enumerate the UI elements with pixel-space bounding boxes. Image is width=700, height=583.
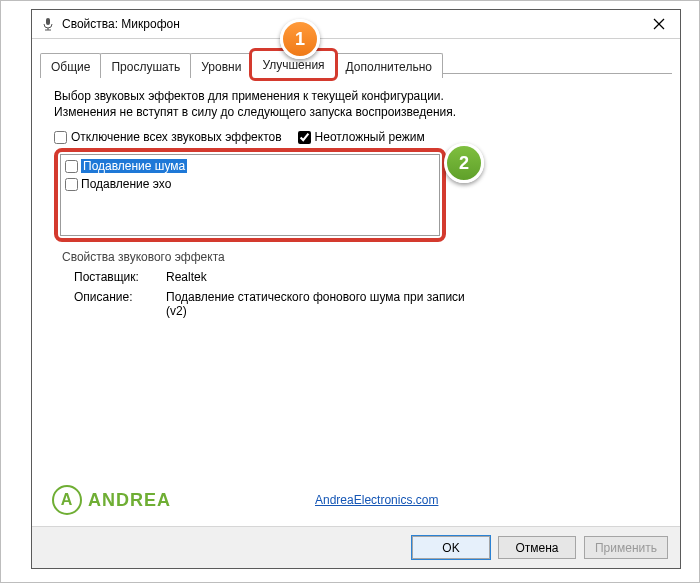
effect-echo-row[interactable]: Подавление эхо	[65, 175, 435, 193]
callout-marker-2: 2	[444, 143, 484, 183]
effect-echo-checkbox[interactable]	[65, 178, 78, 191]
provider-key: Поставщик:	[74, 270, 166, 284]
effect-noise-label: Подавление шума	[81, 159, 187, 173]
description-key: Описание:	[74, 290, 166, 318]
effect-echo-label: Подавление эхо	[81, 177, 171, 191]
effects-list[interactable]: Подавление шума Подавление эхо	[60, 154, 440, 236]
andrea-logo-text: ANDREA	[88, 490, 171, 511]
ok-button[interactable]: OK	[412, 536, 490, 559]
tab-general[interactable]: Общие	[40, 53, 101, 78]
titlebar: Свойства: Микрофон	[32, 10, 680, 39]
andrea-logo-icon: A	[52, 485, 82, 515]
microphone-icon	[40, 16, 56, 32]
content-area: Общие Прослушать Уровни Улучшения Дополн…	[32, 39, 680, 527]
provider-value: Realtek	[166, 270, 207, 284]
andrea-logo: A ANDREA	[52, 485, 171, 515]
disable-all-input[interactable]	[54, 131, 67, 144]
cancel-button[interactable]: Отмена	[498, 536, 576, 559]
svg-rect-0	[46, 18, 50, 25]
immediate-mode-input[interactable]	[298, 131, 311, 144]
window-title: Свойства: Микрофон	[62, 17, 180, 31]
top-check-row: Отключение всех звуковых эффектов Неотло…	[54, 130, 658, 144]
effect-noise-checkbox[interactable]	[65, 160, 78, 173]
description-value: Подавление статического фонового шума пр…	[166, 290, 486, 318]
description-row: Описание: Подавление статического фоново…	[74, 290, 658, 318]
window: Свойства: Микрофон Общие Прослушать Уров…	[31, 9, 681, 569]
effect-noise-row[interactable]: Подавление шума	[65, 157, 435, 175]
disable-all-label: Отключение всех звуковых эффектов	[71, 130, 282, 144]
close-button[interactable]	[638, 10, 680, 38]
immediate-mode-label: Неотложный режим	[315, 130, 425, 144]
enhancements-panel: Выбор звуковых эффектов для применения к…	[48, 88, 664, 318]
provider-row: Поставщик: Realtek	[74, 270, 658, 284]
apply-button[interactable]: Применить	[584, 536, 668, 559]
close-icon	[653, 18, 665, 30]
panel-description: Выбор звуковых эффектов для применения к…	[54, 88, 474, 120]
disable-all-checkbox[interactable]: Отключение всех звуковых эффектов	[54, 130, 282, 144]
tab-listen[interactable]: Прослушать	[100, 53, 191, 78]
tab-levels[interactable]: Уровни	[190, 53, 252, 78]
effects-list-highlight: Подавление шума Подавление эхо	[54, 148, 446, 242]
tabs-row: Общие Прослушать Уровни Улучшения Дополн…	[40, 49, 672, 74]
effect-properties-label: Свойства звукового эффекта	[62, 250, 658, 264]
immediate-mode-checkbox[interactable]: Неотложный режим	[298, 130, 425, 144]
vendor-link[interactable]: AndreaElectronics.com	[315, 493, 438, 507]
callout-marker-1: 1	[280, 19, 320, 59]
vendor-row: A ANDREA AndreaElectronics.com	[52, 485, 438, 515]
tab-advanced[interactable]: Дополнительно	[335, 53, 443, 78]
dialog-footer: OK Отмена Применить	[32, 526, 680, 568]
